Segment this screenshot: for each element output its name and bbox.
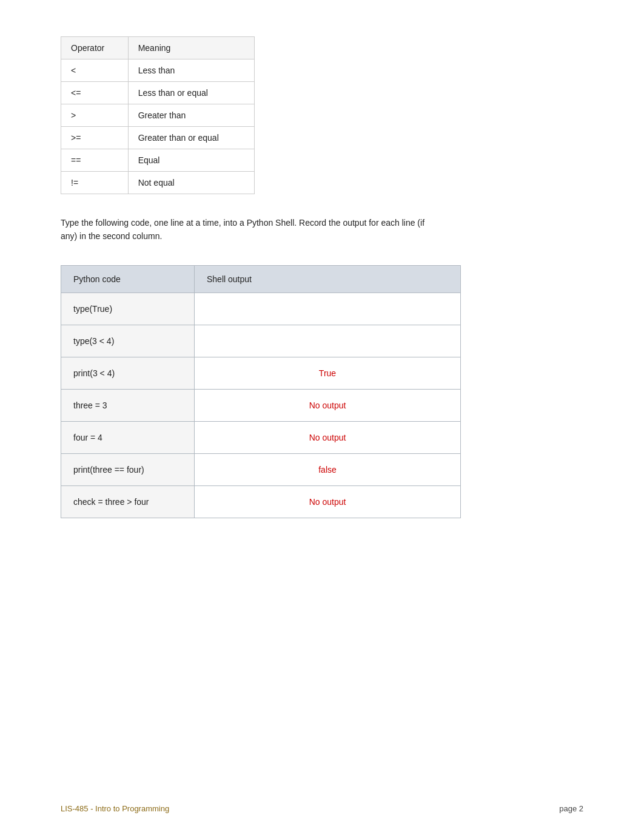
exercise-row: type(True) bbox=[61, 292, 461, 325]
page-content: Operator Meaning < Less than <= Less tha… bbox=[0, 0, 644, 603]
operator-row: == Equal bbox=[61, 149, 255, 172]
meaning-cell: Less than bbox=[128, 59, 254, 82]
op-header: Operator bbox=[61, 37, 129, 59]
operator-row: <= Less than or equal bbox=[61, 82, 255, 104]
code-cell: type(3 < 4) bbox=[61, 325, 195, 357]
footer-left: LIS-485 - Intro to Programming bbox=[61, 804, 169, 813]
code-cell: print(3 < 4) bbox=[61, 357, 195, 389]
operator-row: != Not equal bbox=[61, 172, 255, 194]
exercise-row: check = three > four No output bbox=[61, 485, 461, 518]
exercise-row: print(3 < 4) True bbox=[61, 357, 461, 389]
footer-right: page 2 bbox=[559, 804, 583, 813]
instructions-text: Type the following code, one line at a t… bbox=[61, 216, 437, 243]
op-cell: != bbox=[61, 172, 129, 194]
operator-row: < Less than bbox=[61, 59, 255, 82]
operators-table: Operator Meaning < Less than <= Less tha… bbox=[61, 36, 255, 194]
exercise-row: type(3 < 4) bbox=[61, 325, 461, 357]
exercise-row: four = 4 No output bbox=[61, 421, 461, 453]
output-cell bbox=[195, 325, 461, 357]
code-cell: print(three == four) bbox=[61, 453, 195, 485]
exercise-row: print(three == four) false bbox=[61, 453, 461, 485]
meaning-cell: Equal bbox=[128, 149, 254, 172]
meaning-header: Meaning bbox=[128, 37, 254, 59]
output-cell: No output bbox=[195, 485, 461, 518]
code-cell: four = 4 bbox=[61, 421, 195, 453]
meaning-cell: Less than or equal bbox=[128, 82, 254, 104]
output-cell bbox=[195, 292, 461, 325]
code-cell: check = three > four bbox=[61, 485, 195, 518]
exercise-row: three = 3 No output bbox=[61, 389, 461, 421]
op-cell: >= bbox=[61, 127, 129, 149]
meaning-cell: Greater than bbox=[128, 104, 254, 127]
operator-row: > Greater than bbox=[61, 104, 255, 127]
code-col-header: Python code bbox=[61, 265, 195, 292]
output-col-header: Shell output bbox=[195, 265, 461, 292]
code-cell: type(True) bbox=[61, 292, 195, 325]
page-footer: LIS-485 - Intro to Programming page 2 bbox=[61, 804, 583, 813]
op-cell: < bbox=[61, 59, 129, 82]
exercise-table: Python code Shell output type(True) type… bbox=[61, 265, 461, 518]
op-cell: <= bbox=[61, 82, 129, 104]
operator-row: >= Greater than or equal bbox=[61, 127, 255, 149]
meaning-cell: Not equal bbox=[128, 172, 254, 194]
meaning-cell: Greater than or equal bbox=[128, 127, 254, 149]
output-cell: false bbox=[195, 453, 461, 485]
op-cell: == bbox=[61, 149, 129, 172]
code-cell: three = 3 bbox=[61, 389, 195, 421]
output-cell: True bbox=[195, 357, 461, 389]
output-cell: No output bbox=[195, 389, 461, 421]
op-cell: > bbox=[61, 104, 129, 127]
output-cell: No output bbox=[195, 421, 461, 453]
